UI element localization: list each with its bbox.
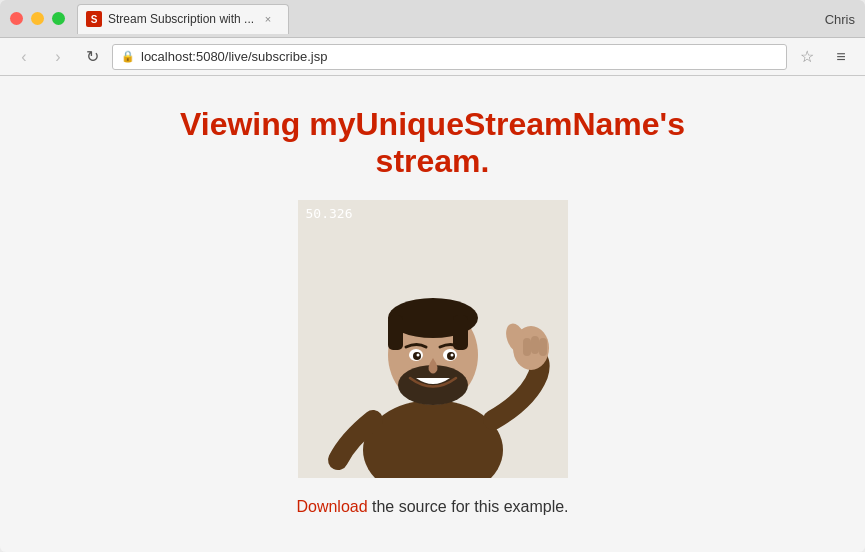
download-rest-text: the source for this example. bbox=[368, 498, 569, 515]
svg-rect-23 bbox=[531, 336, 539, 354]
active-tab[interactable]: S Stream Subscription with ... × bbox=[77, 4, 289, 34]
browser-window: S Stream Subscription with ... × Chris ‹… bbox=[0, 0, 865, 552]
bookmark-button[interactable]: ☆ bbox=[793, 43, 821, 71]
maximize-window-button[interactable] bbox=[52, 12, 65, 25]
menu-button[interactable]: ≡ bbox=[827, 43, 855, 71]
video-content-svg: stream name bbox=[298, 200, 568, 478]
svg-point-18 bbox=[416, 354, 419, 357]
video-player: 50.326 stream name bbox=[298, 200, 568, 478]
svg-point-19 bbox=[450, 354, 453, 357]
tab-favicon: S bbox=[86, 11, 102, 27]
address-text: localhost:5080/live/subscribe.jsp bbox=[141, 49, 327, 64]
tab-title: Stream Subscription with ... bbox=[108, 12, 254, 26]
back-button[interactable]: ‹ bbox=[10, 43, 38, 71]
video-frame: stream name bbox=[298, 200, 568, 478]
window-controls bbox=[10, 12, 65, 25]
nav-bar: ‹ › ↻ 🔒 localhost:5080/live/subscribe.js… bbox=[0, 38, 865, 76]
svg-rect-11 bbox=[388, 315, 403, 350]
download-paragraph: Download the source for this example. bbox=[296, 498, 568, 516]
forward-button[interactable]: › bbox=[44, 43, 72, 71]
svg-rect-22 bbox=[523, 338, 531, 356]
content-wrapper: Viewing myUniqueStreamName's stream. 50.… bbox=[133, 106, 733, 516]
page-content: Viewing myUniqueStreamName's stream. 50.… bbox=[0, 76, 865, 552]
address-lock-icon: 🔒 bbox=[121, 50, 135, 63]
close-window-button[interactable] bbox=[10, 12, 23, 25]
svg-rect-24 bbox=[539, 338, 547, 356]
video-timestamp: 50.326 bbox=[306, 206, 353, 221]
page-heading: Viewing myUniqueStreamName's stream. bbox=[133, 106, 733, 180]
address-bar[interactable]: 🔒 localhost:5080/live/subscribe.jsp bbox=[112, 44, 787, 70]
minimize-window-button[interactable] bbox=[31, 12, 44, 25]
title-bar: S Stream Subscription with ... × Chris bbox=[0, 0, 865, 38]
user-avatar: Chris bbox=[825, 11, 855, 26]
reload-button[interactable]: ↻ bbox=[78, 43, 106, 71]
tab-close-button[interactable]: × bbox=[260, 11, 276, 27]
tab-bar: S Stream Subscription with ... × bbox=[77, 4, 855, 34]
download-link[interactable]: Download bbox=[296, 498, 367, 515]
